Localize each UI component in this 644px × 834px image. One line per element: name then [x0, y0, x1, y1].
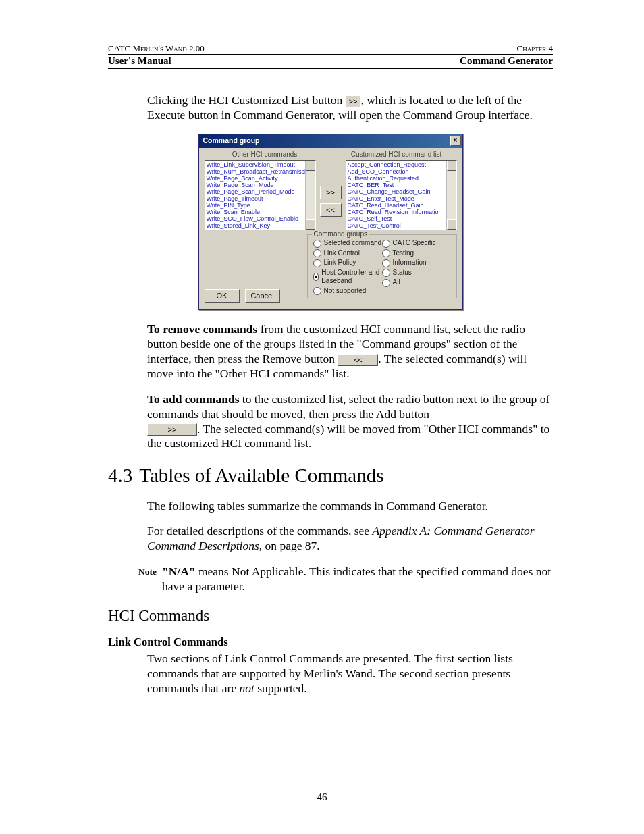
radio-icon: [313, 273, 319, 281]
para-remove: To remove commands from the customized H…: [147, 322, 553, 382]
other-commands-listbox[interactable]: Write_Link_Supervision_TimeoutWrite_Num_…: [205, 160, 316, 230]
text: Clicking the HCI Customized List button: [147, 93, 346, 107]
section-p1: The following tables summarize the comma…: [147, 499, 553, 514]
radio-label: Information: [393, 259, 427, 267]
radio-label: Link Policy: [324, 259, 356, 267]
list-item[interactable]: CATC_Read_Revision_Information: [348, 209, 455, 215]
note: Note "N/A" means Not Applicable. This in…: [124, 565, 553, 594]
link-control-heading: Link Control Commands: [108, 635, 553, 650]
dialog-title: Command group: [203, 136, 260, 145]
radio-icon: [313, 240, 321, 248]
radio-option[interactable]: Status: [382, 269, 451, 278]
section-title: Tables of Available Commands: [139, 465, 383, 486]
list-item[interactable]: Accept_Connection_Request: [348, 161, 455, 168]
other-commands-label: Other HCI commands: [199, 151, 331, 159]
list-item[interactable]: Write_Stored_Link_Key: [207, 222, 314, 229]
radio-option[interactable]: Not supported: [313, 287, 382, 296]
customized-list-label: Customized HCI command list: [331, 151, 462, 159]
radio-icon: [313, 287, 321, 295]
radio-label: Link Control: [324, 249, 360, 258]
command-groups-legend: Command groups: [312, 230, 369, 239]
header-rule: [108, 68, 553, 69]
list-item[interactable]: Write_Page_Timeout: [207, 195, 314, 202]
command-groups-fieldset: Command groups Selected commandLink Cont…: [307, 234, 457, 298]
dialog-titlebar: Command group ×: [199, 134, 462, 148]
radio-icon: [382, 269, 390, 277]
cancel-button[interactable]: Cancel: [245, 289, 280, 303]
list-item[interactable]: Add_SCO_Connection: [348, 168, 455, 175]
text: , on page 87.: [259, 539, 320, 552]
text-bold: To remove commands: [147, 322, 257, 336]
list-item[interactable]: CATC_Enter_Test_Mode: [348, 195, 455, 202]
list-item[interactable]: Write_PIN_Type: [207, 202, 314, 209]
add-button-inline[interactable]: >>: [147, 423, 197, 436]
list-item[interactable]: Write_Scan_Enable: [207, 209, 314, 215]
list-item[interactable]: Write_Page_Scan_Period_Mode: [207, 188, 314, 195]
ok-button[interactable]: OK: [205, 289, 240, 303]
radio-label: Not supported: [324, 287, 367, 296]
radio-option[interactable]: Link Control: [313, 249, 382, 258]
text-italic: not: [240, 681, 254, 695]
header-manual: User's Manual: [108, 55, 171, 67]
list-item[interactable]: CATC_BER_Test: [348, 182, 455, 188]
list-item[interactable]: Write_Page_Scan_Mode: [207, 182, 314, 188]
radio-option[interactable]: Testing: [382, 249, 451, 258]
list-item[interactable]: CATC_Read_Headset_Gain: [348, 202, 455, 209]
list-item[interactable]: Authentication_Requested: [348, 175, 455, 182]
radio-icon: [382, 249, 390, 257]
list-item[interactable]: Write_Page_Scan_Activity: [207, 175, 314, 182]
text: Two sections of Link Control Commands ar…: [147, 652, 513, 695]
section-heading: 4.3Tables of Available Commands: [108, 463, 553, 488]
section-number: 4.3: [108, 465, 132, 486]
customized-listbox[interactable]: Accept_Connection_RequestAdd_SCO_Connect…: [346, 160, 457, 230]
radio-icon: [313, 249, 321, 257]
remove-button-inline[interactable]: <<: [338, 354, 378, 366]
add-button[interactable]: >>: [320, 186, 342, 199]
text: . The selected command(s) will be moved …: [147, 422, 549, 450]
list-item[interactable]: Write_Voice_Setting: [207, 229, 314, 230]
radio-label: Selected command: [324, 239, 382, 248]
list-item[interactable]: CATC_Test_Control: [348, 222, 455, 229]
radio-option[interactable]: Link Policy: [313, 259, 382, 267]
radio-icon: [382, 279, 390, 287]
note-label: Note: [124, 565, 162, 594]
radio-option[interactable]: Information: [382, 259, 451, 267]
radio-option[interactable]: Selected command: [313, 239, 382, 248]
scrollbar[interactable]: [446, 161, 456, 230]
radio-label: Testing: [393, 249, 414, 258]
radio-label: CATC Specific: [393, 239, 436, 248]
list-item[interactable]: CATC_Change_Headset_Gain: [348, 188, 455, 195]
remove-button[interactable]: <<: [320, 203, 342, 217]
list-item[interactable]: Write_Num_Broadcast_Retransmissi: [207, 168, 314, 175]
section-p2: For detailed descriptions of the command…: [147, 524, 553, 554]
header-section: Command Generator: [460, 55, 553, 67]
hci-commands-heading: HCI Commands: [108, 606, 553, 626]
para-intro: Clicking the HCI Customized List button …: [147, 93, 553, 123]
radio-label: All: [393, 278, 400, 287]
text: supported.: [254, 681, 307, 695]
radio-option[interactable]: All: [382, 278, 451, 287]
list-item[interactable]: Write_SCO_Flow_Control_Enable: [207, 215, 314, 222]
radio-option[interactable]: CATC Specific: [382, 239, 451, 248]
radio-label: Status: [393, 269, 412, 278]
close-icon[interactable]: ×: [450, 136, 461, 146]
header-chapter: Chapter 4: [517, 43, 553, 54]
radio-label: Host Controller and Baseband: [321, 269, 381, 286]
text-bold: To add commands: [147, 392, 239, 406]
note-text: means Not Applicable. This indicates tha…: [162, 565, 551, 593]
radio-icon: [313, 259, 321, 267]
scrollbar[interactable]: [305, 161, 315, 230]
list-item[interactable]: CATC_Self_Test: [348, 215, 455, 222]
para-add: To add commands to the customized list, …: [147, 392, 553, 452]
page-number: 46: [0, 791, 644, 803]
link-control-para: Two sections of Link Control Commands ar…: [147, 652, 553, 696]
list-item[interactable]: Write_Link_Supervision_Timeout: [207, 161, 314, 168]
header-product: CATC Merlin's Wand 2.00: [108, 43, 205, 54]
note-bold: "N/A": [162, 565, 196, 578]
radio-option[interactable]: Host Controller and Baseband: [313, 269, 382, 286]
customize-list-button-icon[interactable]: >>: [346, 95, 361, 107]
command-group-dialog: Command group × Other HCI commands Custo…: [198, 134, 463, 311]
radio-icon: [382, 259, 390, 267]
text: For detailed descriptions of the command…: [147, 524, 372, 538]
radio-icon: [382, 240, 390, 248]
